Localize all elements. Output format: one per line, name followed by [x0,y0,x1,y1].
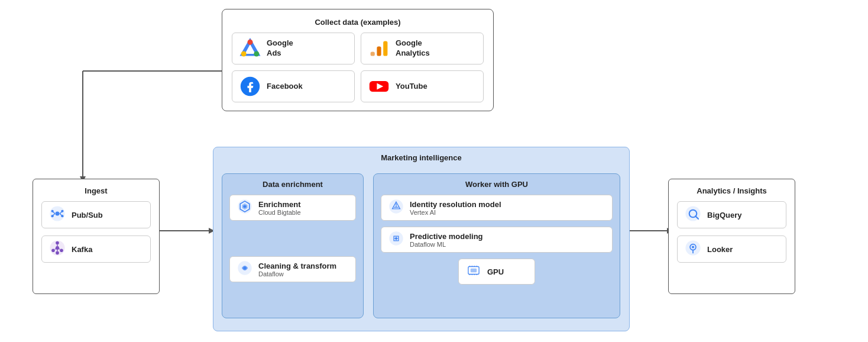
worker-title: Worker with GPU [381,180,613,189]
gpu-item: GPU [458,259,535,285]
bigtable-icon [237,199,252,217]
predictive-sublabel: Dataflow ML [410,241,483,248]
svg-point-3 [254,51,259,57]
analytics-box: Analytics / Insights BigQuery [668,179,795,294]
bigquery-icon [685,205,701,224]
svg-rect-5 [383,41,387,56]
svg-rect-58 [471,269,477,273]
svg-line-44 [59,249,60,249]
svg-point-2 [241,51,247,57]
worker-box: Worker with GPU Identity resolution mode… [373,173,620,318]
google-ads-label: GoogleAds [267,38,293,59]
svg-point-72 [692,246,694,249]
svg-point-4 [248,40,253,45]
facebook-icon [239,76,261,97]
pubsub-icon [49,205,66,224]
youtube-label: YouTube [396,82,427,92]
architecture-diagram: Collect data (examples) GoogleAds [0,0,868,342]
enrichment-sublabel: Cloud Bigtable [258,209,301,216]
google-analytics-item: GoogleAnalytics [361,33,484,64]
kafka-label: Kafka [72,245,92,254]
svg-point-50 [243,266,246,269]
cleaning-label: Cleaning & transform [258,262,336,270]
svg-point-32 [51,215,54,217]
youtube-item: YouTube [361,70,484,102]
dataflow-icon [237,260,252,278]
data-enrichment-box: Data enrichment Enrichment Cloud Bigtab [222,173,364,318]
bigquery-label: BigQuery [707,211,742,220]
collect-data-box: Collect data (examples) GoogleAds [222,9,494,111]
google-analytics-label: GoogleAnalytics [396,38,430,59]
data-enrichment-title: Data enrichment [229,180,356,189]
pubsub-label: Pub/Sub [72,211,103,220]
bigquery-item: BigQuery [677,201,786,228]
marketing-title: Marketing intelligence [222,153,621,162]
enrichment-item: Enrichment Cloud Bigtable [229,195,356,221]
svg-point-33 [61,210,63,212]
google-ads-icon [239,38,261,59]
cleaning-item: Cleaning & transform Dataflow [229,256,356,282]
collect-title: Collect data (examples) [232,18,484,27]
youtube-icon [368,76,390,97]
google-analytics-icon [368,38,390,59]
svg-point-31 [51,210,54,212]
svg-line-43 [55,249,56,249]
ingest-box: Ingest P [33,179,160,294]
svg-point-56 [395,237,397,240]
marketing-box: Marketing intelligence Data enrichment [213,147,630,331]
kafka-icon [49,240,66,259]
google-ads-item: GoogleAds [232,33,355,64]
gpu-label: GPU [487,267,504,276]
looker-label: Looker [707,245,733,254]
svg-point-26 [56,212,60,216]
svg-rect-6 [377,46,381,56]
pubsub-item: Pub/Sub [41,201,151,228]
predictive-item: Predictive modeling Dataflow ML [381,227,613,253]
svg-point-38 [56,251,59,255]
analytics-title: Analytics / Insights [677,186,786,195]
gpu-icon [466,263,481,280]
svg-rect-7 [371,51,375,56]
cleaning-sublabel: Dataflow [258,270,336,278]
svg-point-37 [56,241,59,245]
facebook-item: Facebook [232,70,355,102]
predictive-label: Predictive modeling [410,232,483,241]
identity-label: Identity resolution model [410,200,501,209]
looker-item: Looker [677,235,786,263]
dataflow-ml-icon [388,231,404,249]
ingest-title: Ingest [41,186,151,195]
enrichment-label: Enrichment [258,200,301,209]
svg-point-34 [61,215,63,217]
svg-point-40 [60,249,63,252]
vertex-icon [388,199,404,217]
identity-sublabel: Vertex AI [410,209,501,216]
looker-icon [685,240,701,259]
kafka-item: Kafka [41,235,151,263]
svg-point-39 [51,249,55,252]
facebook-label: Facebook [267,82,303,92]
identity-item: Identity resolution model Vertex AI [381,195,613,221]
